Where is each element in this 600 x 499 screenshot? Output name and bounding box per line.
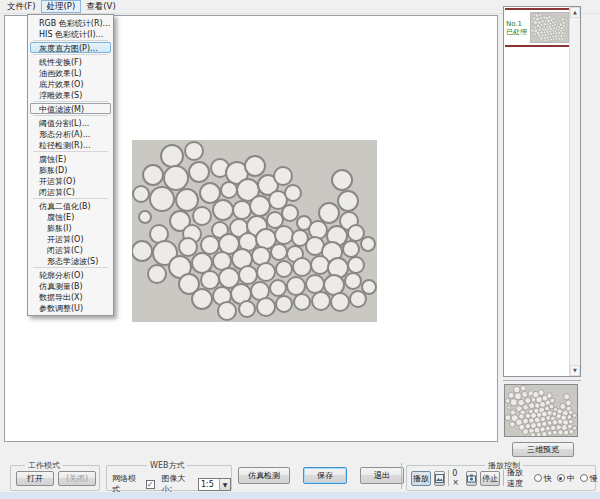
menu-item[interactable]: 开运算(O): [30, 175, 111, 186]
menu-item[interactable]: 中值滤波(M): [30, 103, 111, 114]
menu-item[interactable]: 参数调整(U): [30, 302, 111, 313]
menu-item[interactable]: 腐蚀(E): [30, 211, 111, 222]
web-mode-group: WEB方式 网络模式 ✓ 图像大小: 1:5 ▼: [106, 465, 232, 491]
list-scrollbar[interactable]: ▲ ▼: [569, 7, 580, 376]
menu-item[interactable]: 粒径检测(R)...: [30, 139, 111, 150]
web-mode-legend: WEB方式: [147, 460, 187, 471]
exit-button[interactable]: 退出: [360, 467, 404, 484]
menubar-item[interactable]: 查看(V): [81, 0, 120, 13]
list-item[interactable]: No.1 已处理: [505, 8, 570, 47]
combo-arrow-icon[interactable]: ▼: [219, 479, 230, 490]
list-item-line2: 已处理: [506, 28, 530, 36]
play-group-divider: [448, 470, 449, 486]
menu-separator: [33, 54, 108, 55]
play-control-group: 播放控制 播放 0 × 停止 播放速度 快中慢: [406, 465, 596, 491]
image-size-combo[interactable]: 1:5 ▼: [198, 478, 231, 491]
menubar-item[interactable]: 处理(P): [41, 0, 82, 13]
particle-image-svg: [132, 140, 377, 322]
menu-item[interactable]: 阈值分割(L)...: [30, 117, 111, 128]
network-mode-checkbox[interactable]: ✓: [146, 480, 155, 489]
menu-item[interactable]: 轮廓分析(O): [30, 269, 111, 280]
play-button[interactable]: 播放: [411, 471, 431, 486]
work-mode-group: 工作模式 打开(关闭): [10, 465, 100, 491]
menu-separator: [33, 151, 108, 152]
work-mode-legend: 工作模式: [25, 460, 63, 471]
menu-item[interactable]: 形态分析(A)...: [30, 128, 111, 139]
image-list[interactable]: No.1 已处理 ▲ ▼: [503, 6, 581, 377]
menu-item[interactable]: 仿真二值化(B): [30, 200, 111, 211]
radio-icon[interactable]: [580, 474, 588, 482]
menu-item[interactable]: 线性变换(F): [30, 56, 111, 67]
speed-radio-label: 快: [544, 473, 552, 484]
menu-item[interactable]: 膨胀(D): [30, 164, 111, 175]
speed-radio-option[interactable]: 中: [557, 473, 575, 484]
menu-item[interactable]: 仿真测量(B): [30, 280, 111, 291]
image-icon: [435, 474, 444, 483]
frame-counter: 0 ×: [452, 469, 463, 487]
speed-radio-label: 中: [567, 473, 575, 484]
scroll-up-icon[interactable]: ▲: [570, 7, 580, 18]
scroll-down-icon[interactable]: ▼: [570, 365, 580, 376]
process-menu-dropdown: RGB 色彩统计(R)...HIS 色彩统计(I)...灰度直方图(P)...线…: [27, 14, 114, 316]
menu-item[interactable]: 膨胀(I): [30, 222, 111, 233]
menu-item[interactable]: RGB 色彩统计(R)...: [30, 17, 111, 28]
menubar-item[interactable]: 文件(F): [2, 0, 41, 13]
menu-item[interactable]: 数据导出(X): [30, 291, 111, 302]
camera-icon: [467, 474, 476, 483]
list-item-label: No.1 已处理: [506, 20, 530, 36]
image-size-value: 1:5: [201, 480, 214, 489]
menu-item[interactable]: 开运算(O): [30, 233, 111, 244]
window-bottom-strip: [0, 492, 600, 499]
snapshot-icon-button[interactable]: [434, 471, 446, 486]
menu-item[interactable]: 灰度直方图(P)...: [30, 42, 111, 53]
capture-icon-button[interactable]: [466, 471, 478, 486]
preview-thumbnail: [504, 384, 578, 437]
simulate-detect-button[interactable]: 仿真检测: [238, 467, 290, 484]
stop-button[interactable]: 停止: [480, 471, 500, 486]
toolbar-divider: [401, 463, 402, 489]
open-button[interactable]: 打开: [16, 471, 54, 486]
menu-item[interactable]: 腐蚀(E): [30, 153, 111, 164]
menu-separator: [33, 40, 108, 41]
menu-separator: [33, 267, 108, 268]
speed-radio-option[interactable]: 快: [534, 473, 552, 484]
speed-radio-label: 慢: [590, 473, 598, 484]
microscopy-image: [132, 140, 377, 322]
list-item-thumbnail: [530, 12, 569, 43]
speed-radio-option[interactable]: 慢: [580, 473, 598, 484]
menu-item[interactable]: 油画效果(L): [30, 67, 111, 78]
close-button[interactable]: (关闭): [58, 471, 96, 486]
bottom-toolbar: 工作模式 打开(关闭) WEB方式 网络模式 ✓ 图像大小: 1:5 ▼ 仿真检…: [0, 459, 600, 492]
menu-item[interactable]: 底片效果(O): [30, 78, 111, 89]
radio-icon[interactable]: [557, 474, 565, 482]
radio-icon[interactable]: [534, 474, 542, 482]
save-button[interactable]: 保存: [303, 467, 347, 484]
menu-item[interactable]: HIS 色彩统计(I)...: [30, 28, 111, 39]
menu-item[interactable]: 闭运算(C): [30, 244, 111, 255]
sidebar-divider: [503, 380, 581, 381]
menu-separator: [33, 115, 108, 116]
menu-item[interactable]: 浮雕效果(S): [30, 89, 111, 100]
play-group-divider2: [503, 470, 504, 486]
menu-separator: [33, 101, 108, 102]
speed-label: 播放速度: [507, 467, 531, 489]
preview-3d-button[interactable]: 三维预览: [512, 442, 574, 457]
menu-item[interactable]: 形态学滤波(S): [30, 255, 111, 266]
menu-item[interactable]: 闭运算(C): [30, 186, 111, 197]
menu-separator: [33, 198, 108, 199]
list-item-line1: No.1: [506, 20, 530, 28]
